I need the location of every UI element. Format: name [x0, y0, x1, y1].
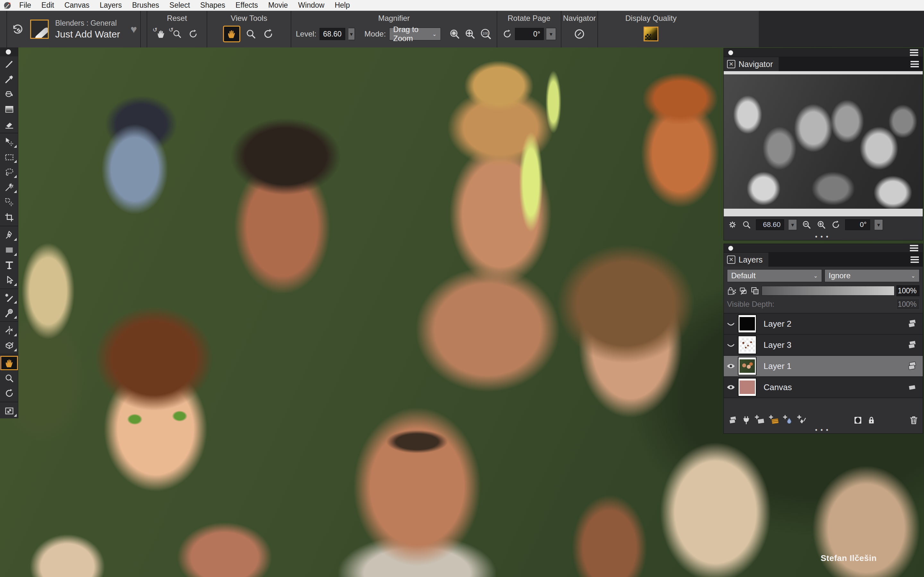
- menu-window[interactable]: Window: [293, 0, 330, 11]
- new-watercolor-layer-icon[interactable]: [783, 415, 794, 426]
- gradient-tool[interactable]: [0, 102, 18, 117]
- layer-name[interactable]: Canvas: [764, 382, 792, 392]
- rectangle-shape-tool[interactable]: [0, 242, 18, 258]
- eraser-tool[interactable]: [0, 117, 18, 132]
- zoom-in-icon[interactable]: [816, 219, 827, 230]
- opacity-value-field[interactable]: 100%: [897, 285, 919, 296]
- magnifier-icon[interactable]: [245, 28, 257, 40]
- zoom-100-percent-icon[interactable]: 100: [479, 27, 492, 40]
- layer-visibility-toggle[interactable]: [724, 382, 738, 392]
- layer-visibility-toggle[interactable]: [724, 340, 738, 350]
- layer-row-canvas[interactable]: Canvas: [724, 377, 923, 398]
- window-resize-tool[interactable]: [0, 403, 18, 418]
- text-tool[interactable]: [0, 258, 18, 272]
- pen-tool[interactable]: [0, 227, 18, 242]
- delete-layer-trash-icon[interactable]: [909, 415, 919, 425]
- menu-brushes[interactable]: Brushes: [127, 0, 164, 11]
- menu-effects[interactable]: Effects: [230, 0, 263, 11]
- display-quality-icon[interactable]: [644, 27, 658, 41]
- layer-thumbnail[interactable]: [738, 357, 756, 376]
- composite-method-select[interactable]: Default⌄: [727, 269, 822, 282]
- navigator-rotate-icon[interactable]: [831, 220, 841, 229]
- layers-tab[interactable]: ✕ Layers: [724, 253, 768, 267]
- composite-depth-select[interactable]: Ignore⌄: [825, 269, 919, 282]
- navigator-tab[interactable]: ✕ Navigator: [724, 57, 779, 71]
- layer-name[interactable]: Layer 1: [764, 361, 792, 371]
- dock-menu-icon[interactable]: [910, 49, 918, 56]
- reset-grabber-icon[interactable]: ↺: [156, 29, 166, 39]
- navigator-settings-gear-icon[interactable]: [728, 220, 737, 229]
- lock-layer-icon[interactable]: [866, 415, 877, 425]
- layer-adjuster-tool[interactable]: [0, 134, 18, 149]
- fit-to-window-icon[interactable]: [449, 28, 461, 40]
- pick-up-underlying-color-icon[interactable]: [738, 286, 748, 295]
- navigator-zoom-dropdown-button[interactable]: ▼: [788, 219, 797, 230]
- new-media-layer-icon[interactable]: [769, 415, 780, 426]
- navigator-rotation-dropdown-button[interactable]: ▼: [875, 219, 883, 230]
- layers-dock-bar[interactable]: [724, 243, 923, 253]
- navigator-preview-thumbnail[interactable]: [724, 74, 923, 209]
- reset-magnifier-icon[interactable]: ↺: [172, 29, 182, 39]
- magic-wand-tool[interactable]: [0, 179, 18, 195]
- menu-movie[interactable]: Movie: [263, 0, 293, 11]
- rotate-page-tool[interactable]: [0, 386, 18, 401]
- layer-visibility-toggle[interactable]: [724, 319, 738, 329]
- zoom-out-icon[interactable]: [801, 219, 812, 230]
- layer-name[interactable]: Layer 3: [764, 340, 792, 350]
- dock-menu-icon[interactable]: [910, 245, 918, 251]
- preserve-transparency-icon[interactable]: [727, 286, 737, 295]
- menu-layers[interactable]: Layers: [95, 0, 127, 11]
- rotate-angle-field[interactable]: 0°: [515, 28, 544, 40]
- layer-name[interactable]: Layer 2: [764, 319, 792, 329]
- zoom-mode-select[interactable]: Drag to Zoom⌄: [389, 27, 441, 40]
- new-liquid-ink-layer-icon[interactable]: [797, 415, 808, 426]
- layer-row-layer3[interactable]: Layer 3: [724, 335, 923, 356]
- dropper-tool[interactable]: [0, 71, 18, 87]
- rotate-angle-icon[interactable]: [502, 29, 512, 39]
- navigator-dock-bar[interactable]: [724, 48, 923, 57]
- brush-variant-chip[interactable]: [30, 19, 49, 39]
- layers-resize-grip[interactable]: •••: [724, 426, 923, 434]
- center-zoom-icon[interactable]: [464, 28, 476, 40]
- opacity-slider[interactable]: [762, 286, 895, 295]
- grabber-hand-icon[interactable]: [224, 27, 239, 41]
- rotate-page-icon[interactable]: [262, 28, 274, 40]
- layer-row-layer2[interactable]: Layer 2: [724, 314, 923, 335]
- layers-panel-menu-icon[interactable]: [911, 256, 919, 263]
- rectangular-selection-tool[interactable]: [0, 149, 18, 164]
- brush-category-label[interactable]: Blenders : General: [55, 19, 120, 27]
- restore-default-brush-icon[interactable]: [11, 23, 24, 35]
- new-layer-icon[interactable]: [754, 415, 766, 426]
- menu-shapes[interactable]: Shapes: [195, 0, 230, 11]
- navigator-rotation-field[interactable]: 0°: [845, 219, 870, 230]
- layer-mask-icon[interactable]: [853, 415, 863, 425]
- lasso-tool[interactable]: [0, 164, 18, 179]
- panel-close-icon[interactable]: ✕: [727, 60, 735, 68]
- grabber-hand-tool[interactable]: [0, 356, 18, 371]
- zoom-level-dropdown-button[interactable]: ▼: [349, 28, 355, 40]
- rotate-angle-dropdown-button[interactable]: ▼: [546, 28, 556, 40]
- mirror-painting-tool[interactable]: [0, 323, 18, 338]
- layer-row-layer1-selected[interactable]: Layer 1: [724, 356, 923, 377]
- reset-rotation-icon[interactable]: [188, 29, 198, 39]
- dynamic-plugins-icon[interactable]: [741, 415, 751, 425]
- navigator-resize-grip[interactable]: •••: [724, 233, 923, 240]
- brush-tool[interactable]: [0, 56, 18, 71]
- menu-edit[interactable]: Edit: [36, 0, 59, 11]
- layer-link-icon[interactable]: [750, 286, 760, 295]
- cloner-tool[interactable]: [0, 290, 18, 305]
- magnifier-tool[interactable]: [0, 371, 18, 386]
- rubber-stamp-tool[interactable]: [0, 305, 18, 320]
- menu-select[interactable]: Select: [164, 0, 195, 11]
- menu-file[interactable]: File: [14, 0, 36, 11]
- panel-close-icon[interactable]: ✕: [727, 255, 735, 264]
- layer-visibility-toggle[interactable]: [724, 361, 738, 371]
- brush-variant-label[interactable]: Just Add Water: [55, 29, 120, 40]
- crop-tool[interactable]: [0, 210, 18, 225]
- menu-canvas[interactable]: Canvas: [59, 0, 95, 11]
- paint-bucket-tool[interactable]: [0, 87, 18, 102]
- navigator-panel-menu-icon[interactable]: [911, 61, 919, 67]
- layer-thumbnail[interactable]: [738, 335, 756, 354]
- layer-commands-icon[interactable]: [728, 415, 738, 425]
- selection-adjuster-tool[interactable]: [0, 195, 18, 210]
